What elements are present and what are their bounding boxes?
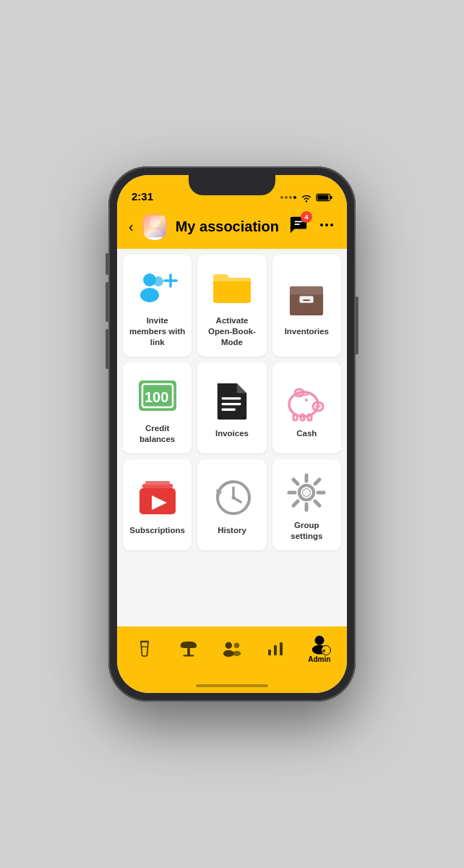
svg-line-53 (293, 480, 298, 484)
avatar[interactable] (141, 213, 168, 240)
status-time: 2:31 (132, 190, 153, 203)
history-icon (210, 476, 254, 519)
history-label: History (218, 525, 246, 536)
svg-point-58 (303, 489, 310, 496)
svg-rect-41 (145, 481, 170, 485)
food-icon (179, 639, 198, 657)
svg-point-64 (234, 643, 239, 648)
content-area: Invite members with link Activate Open-B… (117, 249, 347, 626)
svg-line-54 (315, 501, 319, 506)
battery-icon (317, 193, 332, 202)
svg-point-13 (140, 288, 159, 302)
svg-point-10 (325, 224, 328, 226)
svg-rect-7 (294, 221, 302, 222)
grid-item-cash[interactable]: Cash (272, 362, 341, 454)
svg-rect-1 (330, 196, 332, 199)
admin-tab-label: Admin (308, 655, 330, 663)
inventories-icon (285, 277, 328, 320)
svg-rect-25 (222, 397, 241, 399)
tab-bar: e Admin (117, 626, 347, 678)
wifi-icon (300, 192, 313, 203)
tab-food[interactable] (166, 639, 210, 657)
svg-point-14 (153, 276, 163, 286)
group-settings-icon (285, 471, 328, 514)
phone-frame: 2:31 (108, 166, 356, 702)
phone-screen: 2:31 (117, 175, 347, 693)
grid-item-invoices[interactable]: Invoices (197, 362, 266, 454)
grid-item-history[interactable]: History (197, 459, 266, 550)
svg-rect-27 (222, 409, 236, 411)
svg-line-55 (315, 480, 319, 484)
svg-rect-68 (274, 645, 277, 655)
tab-members[interactable] (210, 639, 254, 657)
back-button[interactable]: ‹ (129, 218, 134, 235)
grid-item-credit-balances[interactable]: 100 Credit balances (123, 362, 192, 454)
grid-item-invite-members[interactable]: Invite members with link (123, 255, 192, 357)
invoices-label: Invoices (215, 428, 249, 439)
tab-admin[interactable]: e Admin (298, 634, 341, 663)
svg-rect-26 (222, 403, 241, 405)
svg-line-56 (293, 501, 298, 506)
open-book-label: Activate Open-Book-Mode (203, 315, 260, 348)
drink-icon (137, 639, 152, 657)
more-button[interactable] (318, 216, 335, 237)
group-settings-label: Group settings (278, 520, 335, 542)
grid-item-inventories[interactable]: Inventories (272, 255, 341, 357)
notch (189, 175, 275, 195)
svg-rect-35 (293, 414, 297, 420)
home-indicator (117, 678, 347, 693)
svg-rect-6 (144, 216, 166, 237)
inventories-label: Inventories (285, 326, 329, 337)
open-book-icon (210, 266, 254, 310)
members-icon (222, 639, 242, 657)
notification-button[interactable]: 4 (289, 216, 308, 237)
svg-rect-8 (294, 224, 299, 225)
grid-item-group-settings[interactable]: Group settings (272, 459, 341, 550)
credit-balances-icon: 100 (136, 374, 179, 417)
app-header: ‹ My associati (117, 207, 347, 249)
invite-members-icon (136, 266, 179, 310)
tab-drinks[interactable] (123, 639, 166, 657)
svg-rect-69 (280, 642, 283, 655)
svg-text:100: 100 (145, 389, 168, 405)
svg-rect-18 (290, 292, 323, 315)
svg-rect-38 (315, 406, 321, 407)
svg-point-70 (314, 635, 324, 644)
svg-point-47 (231, 496, 235, 500)
subscriptions-label: Subscriptions (129, 525, 185, 536)
header-actions: 4 (289, 216, 335, 237)
svg-point-65 (223, 650, 234, 657)
svg-rect-2 (317, 195, 328, 200)
grid-item-open-book[interactable]: Activate Open-Book-Mode (197, 255, 266, 357)
menu-grid: Invite members with link Activate Open-B… (123, 255, 341, 550)
page-title: My association (176, 218, 282, 235)
status-icons (280, 192, 332, 203)
svg-point-66 (233, 651, 241, 656)
credit-balances-label: Credit balances (129, 423, 186, 445)
stats-icon (267, 639, 284, 657)
invoices-icon (210, 379, 254, 422)
svg-rect-21 (304, 299, 311, 301)
svg-point-63 (225, 642, 232, 649)
notification-badge: 4 (301, 211, 312, 223)
home-bar (196, 684, 268, 687)
cash-label: Cash (296, 428, 317, 439)
signal-icon (280, 196, 296, 199)
svg-rect-19 (290, 286, 323, 295)
cash-icon (285, 379, 328, 422)
subscriptions-icon (136, 476, 179, 519)
svg-rect-67 (268, 650, 271, 655)
svg-point-33 (305, 399, 308, 401)
svg-rect-62 (183, 655, 194, 656)
more-icon (318, 216, 335, 234)
svg-text:e: e (322, 647, 326, 654)
invite-members-label: Invite members with link (129, 315, 186, 348)
grid-item-subscriptions[interactable]: Subscriptions (123, 459, 192, 550)
svg-point-9 (320, 224, 323, 226)
tab-stats[interactable] (254, 639, 297, 657)
svg-point-11 (330, 224, 333, 226)
svg-rect-37 (308, 414, 312, 420)
